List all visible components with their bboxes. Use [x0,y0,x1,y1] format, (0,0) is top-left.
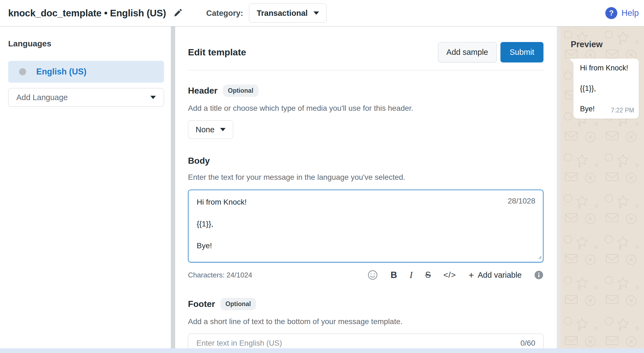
content-area: Languages English (US) Add Language Edit… [0,26,644,353]
add-variable-label: Add variable [478,271,522,280]
bold-icon[interactable]: B [391,270,397,280]
body-toolbar: Characters: 24/1024 B I S </> [188,270,543,280]
code-icon[interactable]: </> [443,270,456,280]
optional-badge: Optional [220,298,256,310]
pencil-icon [173,8,183,19]
submit-button[interactable]: Submit [500,42,543,62]
languages-sidebar: Languages English (US) Add Language [0,26,171,353]
main-scrollbar[interactable] [557,26,560,353]
body-section-description: Enter the text for your message in the l… [188,173,543,182]
footer-section-title: Footer [188,299,215,309]
category-label: Category: [206,9,243,18]
sidebar-scrollbar[interactable] [171,26,175,353]
preview-timestamp: 7:22 PM [611,107,634,114]
page-title: knock_doc_template • English (US) [8,8,166,19]
info-icon[interactable] [534,270,543,280]
add-language-dropdown[interactable]: Add Language [8,88,164,107]
help-label: Help [621,8,639,18]
edit-template-title: Edit template [188,47,246,58]
editor-header: Edit template Add sample Submit [188,26,543,62]
body-textarea[interactable] [188,190,543,262]
optional-badge: Optional [223,85,259,97]
characters-count: Characters: 24/1024 [188,271,252,279]
footer-section: Footer Optional Add a short line of text… [188,298,543,353]
body-section: Body Enter the text for your message in … [188,156,543,280]
language-label: English (US) [36,67,86,77]
plus-icon: + [469,270,474,280]
add-sample-button[interactable]: Add sample [438,42,497,62]
languages-heading: Languages [8,39,164,48]
body-section-title: Body [188,156,543,166]
category-group: Category: Transactional [206,0,327,26]
header-format-value: None [196,125,214,134]
category-value: Transactional [257,9,308,18]
add-language-placeholder: Add Language [16,93,68,102]
strikethrough-icon[interactable]: S [425,270,431,280]
chevron-down-icon [150,96,156,99]
status-dot-icon [19,68,26,75]
bottom-strip [0,348,644,353]
category-dropdown[interactable]: Transactional [249,4,327,23]
chevron-down-icon [314,11,319,15]
template-title-group: knock_doc_template • English (US) [8,8,183,19]
preview-pane: Preview Hi from Knock! {{1}}, Bye! 7:22 … [560,26,644,353]
help-link[interactable]: ? Help [605,0,639,26]
preview-heading: Preview [571,40,603,49]
italic-icon[interactable]: I [410,270,413,280]
header-section-description: Add a title or choose which type of medi… [188,104,543,113]
sidebar-item-english-us[interactable]: English (US) [8,61,164,83]
footer-section-description: Add a short line of text to the bottom o… [188,317,543,326]
topbar: knock_doc_template • English (US) Catego… [0,0,644,26]
header-section: Header Optional Add a title or choose wh… [188,85,543,139]
footer-counter: 0/60 [521,339,536,348]
header-format-dropdown[interactable]: None [188,120,233,139]
preview-message-bubble: Hi from Knock! {{1}}, Bye! 7:22 PM [573,59,639,119]
header-actions: Add sample Submit [438,42,543,62]
emoji-icon[interactable] [367,270,378,280]
bubble-tail-icon [569,59,574,64]
body-textarea-wrap: 28/1028 [188,190,543,262]
question-mark-icon: ? [605,7,617,19]
chevron-down-icon [220,128,226,131]
divider [188,70,543,70]
edit-title-button[interactable] [173,8,183,19]
add-variable-button[interactable]: + Add variable [469,270,522,280]
header-section-title: Header [188,86,218,96]
edit-template-panel: Edit template Add sample Submit Header O… [175,26,557,353]
body-counter: 28/1028 [508,197,535,205]
